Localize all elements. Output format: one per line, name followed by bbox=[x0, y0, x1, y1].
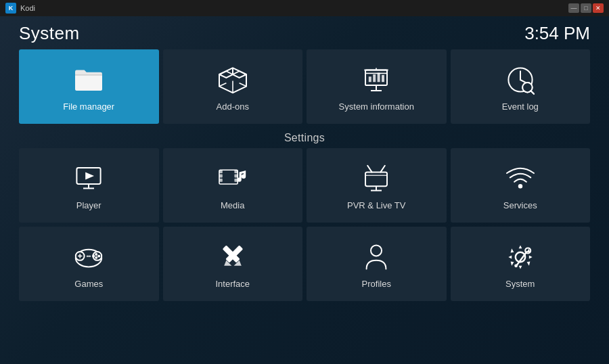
svg-rect-9 bbox=[378, 72, 380, 82]
svg-point-57 bbox=[371, 245, 382, 256]
svg-point-61 bbox=[514, 264, 518, 267]
svg-marker-25 bbox=[85, 172, 94, 179]
tile-pvr-live-tv-label: PVR & Live TV bbox=[347, 200, 405, 210]
page-title: System bbox=[19, 23, 80, 44]
tile-games[interactable]: Games bbox=[19, 227, 159, 301]
settings-row-2: Games Interface bbox=[19, 227, 590, 301]
window-title: Kodi bbox=[20, 4, 35, 12]
svg-rect-35 bbox=[365, 172, 387, 186]
window-controls: — □ ✕ bbox=[568, 3, 604, 13]
tile-file-manager[interactable]: File manager bbox=[19, 49, 159, 124]
clock-display: 3:54 PM bbox=[524, 23, 590, 44]
svg-point-47 bbox=[95, 253, 97, 256]
tile-services-label: Services bbox=[503, 200, 537, 210]
title-bar: K Kodi — □ ✕ bbox=[0, 0, 609, 16]
event-log-icon bbox=[504, 64, 537, 96]
tile-event-log-label: Event log bbox=[502, 101, 539, 112]
svg-rect-8 bbox=[373, 74, 376, 82]
svg-point-50 bbox=[92, 254, 95, 257]
tile-media[interactable]: Media bbox=[163, 148, 303, 223]
tile-profiles-label: Profiles bbox=[362, 279, 391, 289]
tile-pvr-live-tv[interactable]: PVR & Live TV bbox=[307, 148, 447, 223]
svg-rect-51 bbox=[87, 255, 89, 256]
tile-add-ons-label: Add-ons bbox=[217, 101, 249, 112]
title-bar-left: K Kodi bbox=[5, 3, 35, 14]
addons-icon bbox=[217, 64, 249, 96]
tile-media-label: Media bbox=[221, 200, 244, 210]
svg-rect-0 bbox=[75, 74, 102, 76]
svg-rect-10 bbox=[382, 74, 384, 81]
svg-point-41 bbox=[518, 184, 522, 188]
pvr-icon bbox=[360, 162, 392, 195]
close-button[interactable]: ✕ bbox=[593, 3, 604, 13]
svg-line-4 bbox=[219, 83, 226, 86]
tile-services[interactable]: Services bbox=[451, 148, 591, 223]
system-info-icon bbox=[360, 64, 392, 96]
interface-icon bbox=[217, 241, 249, 273]
svg-rect-52 bbox=[89, 255, 91, 256]
media-icon bbox=[217, 162, 249, 195]
header: System 3:54 PM bbox=[0, 16, 609, 49]
tile-profiles[interactable]: Profiles bbox=[307, 227, 447, 301]
tile-system-settings-label: System bbox=[505, 279, 535, 289]
settings-section-header: Settings bbox=[19, 128, 590, 148]
svg-line-36 bbox=[367, 165, 371, 172]
tile-games-label: Games bbox=[74, 279, 103, 289]
tile-interface[interactable]: Interface bbox=[163, 227, 303, 301]
svg-rect-7 bbox=[369, 76, 371, 82]
system-settings-icon bbox=[504, 241, 537, 273]
svg-rect-29 bbox=[219, 170, 223, 173]
tile-system-settings[interactable]: System bbox=[451, 227, 591, 301]
tile-player-label: Player bbox=[76, 200, 102, 210]
minimize-button[interactable]: — bbox=[568, 3, 579, 13]
top-tiles-row: File manager A bbox=[19, 49, 590, 124]
kodi-logo-icon: K bbox=[5, 3, 16, 14]
tile-event-log[interactable]: Event log bbox=[451, 49, 591, 124]
tile-interface-label: Interface bbox=[215, 279, 250, 289]
tile-system-information[interactable]: System information bbox=[307, 49, 447, 124]
svg-line-37 bbox=[381, 165, 385, 172]
profiles-icon bbox=[360, 241, 392, 273]
svg-rect-30 bbox=[219, 174, 223, 177]
settings-row-1: Player Media bbox=[19, 148, 590, 223]
svg-line-23 bbox=[531, 91, 534, 94]
tile-system-information-label: System information bbox=[339, 101, 414, 112]
tile-add-ons[interactable]: Add-ons bbox=[163, 49, 303, 124]
svg-rect-32 bbox=[234, 170, 238, 173]
tile-player[interactable]: Player bbox=[19, 148, 159, 223]
folder-icon bbox=[72, 64, 105, 96]
services-icon bbox=[504, 162, 537, 195]
svg-rect-31 bbox=[219, 179, 223, 182]
games-icon bbox=[72, 241, 105, 273]
maximize-button[interactable]: □ bbox=[581, 3, 591, 13]
player-icon bbox=[72, 162, 105, 195]
svg-rect-33 bbox=[234, 174, 238, 177]
tile-file-manager-label: File manager bbox=[63, 101, 114, 112]
main-content: File manager A bbox=[0, 49, 609, 301]
svg-point-49 bbox=[95, 256, 97, 258]
svg-point-48 bbox=[97, 254, 100, 257]
svg-line-5 bbox=[239, 83, 246, 86]
